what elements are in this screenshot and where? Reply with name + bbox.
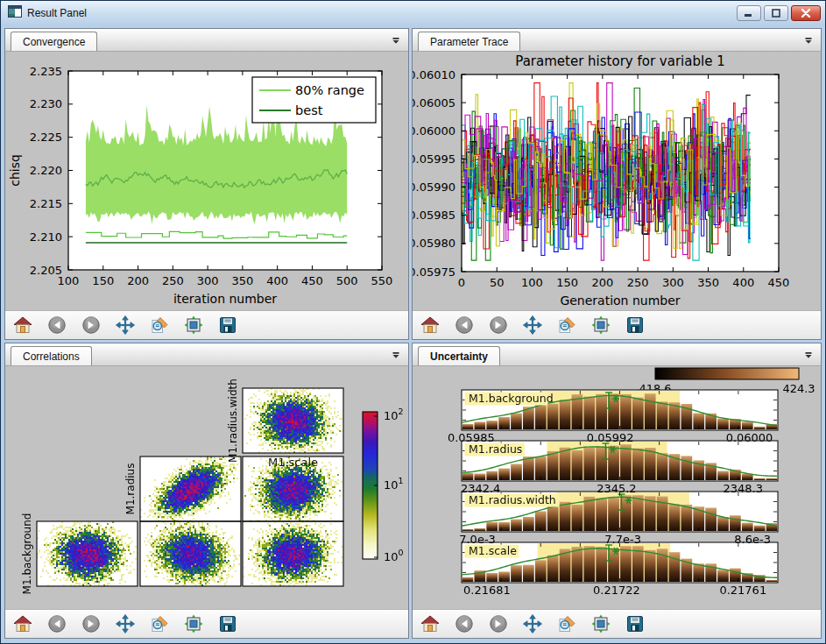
maximize-button[interactable] [764, 5, 788, 21]
home-button[interactable] [12, 613, 33, 634]
configure-subplots-button[interactable] [183, 315, 204, 336]
svg-text:250: 250 [627, 276, 649, 289]
home-button[interactable] [420, 315, 441, 336]
svg-text:2.230: 2.230 [30, 97, 62, 110]
pane-uncertainty: Uncertainty 418.6424.3M1.backgroundM1.ra… [412, 343, 822, 639]
tab-list-dropdown-icon[interactable] [389, 348, 403, 362]
svg-text:2.225: 2.225 [30, 131, 62, 144]
tab-convergence[interactable]: Convergence [11, 32, 97, 51]
back-button[interactable] [454, 315, 475, 336]
client-area: Convergence 1001502002503003504004505005… [4, 28, 822, 639]
zoom-edit-button[interactable] [149, 315, 170, 336]
svg-text:350: 350 [697, 276, 719, 289]
svg-text:best: best [295, 103, 323, 117]
save-button[interactable] [625, 613, 646, 634]
svg-text:0.05995: 0.05995 [413, 152, 455, 166]
correlations-figure[interactable]: 102101100M1.radius.widthM1.radiusM1.back… [5, 366, 408, 609]
hist-tick-label: 2348.3 [724, 482, 764, 495]
svg-text:150: 150 [92, 274, 114, 287]
svg-text:100: 100 [521, 276, 543, 289]
col-title: M1.scale [268, 456, 318, 469]
svg-text:2.220: 2.220 [30, 164, 62, 177]
configure-subplots-button[interactable] [590, 613, 611, 634]
configure-subplots-button[interactable] [183, 613, 204, 634]
x-axis-label: Generation number [560, 294, 680, 308]
parameter-trace-figure[interactable]: 0501001502002503003504004500.059750.0598… [413, 52, 821, 310]
svg-text:0.05975: 0.05975 [413, 265, 455, 279]
tab-label: Parameter Trace [430, 36, 508, 48]
svg-text:2.205: 2.205 [30, 264, 62, 277]
param-label: M1.scale [469, 544, 517, 557]
param-label: M1.background [469, 392, 554, 405]
back-button[interactable] [46, 315, 67, 336]
tab-list-dropdown-icon[interactable] [389, 33, 403, 47]
hist-tick-label: 2342.4 [461, 482, 501, 495]
legend: 80% rangebest [252, 77, 376, 123]
y-axis-label: chisq [8, 154, 22, 187]
x-axis-label: iteration number [173, 292, 277, 306]
svg-text:50: 50 [490, 276, 505, 289]
correlations-overlay: 102101100M1.radius.widthM1.radiusM1.back… [5, 366, 408, 609]
minimize-button[interactable] [737, 5, 761, 21]
svg-text:300: 300 [662, 276, 684, 289]
svg-text:0.06005: 0.06005 [413, 96, 455, 110]
hist-tick-label: 0.05985 [448, 431, 495, 444]
back-button[interactable] [454, 613, 475, 634]
svg-text:0.06000: 0.06000 [413, 124, 455, 138]
home-button[interactable] [12, 315, 33, 336]
back-button[interactable] [46, 613, 67, 634]
tab-parameter-trace[interactable]: Parameter Trace [418, 32, 520, 51]
svg-text:150: 150 [556, 276, 578, 289]
row-label: M1.radius [124, 464, 137, 515]
svg-text:400: 400 [732, 276, 754, 289]
configure-subplots-button[interactable] [590, 315, 611, 336]
pan-button[interactable] [522, 613, 543, 634]
save-button[interactable] [217, 315, 238, 336]
tab-uncertainty[interactable]: Uncertainty [418, 346, 500, 365]
forward-button[interactable] [488, 613, 509, 634]
hist-tick-label: 0.05992 [587, 431, 634, 444]
forward-button[interactable] [81, 315, 102, 336]
tab-label: Correlations [23, 350, 80, 363]
uncertainty-figure[interactable]: 418.6424.3M1.backgroundM1.radiusM1.radiu… [413, 366, 821, 609]
histogram-M1.background: M1.background [462, 390, 778, 430]
titlebar[interactable]: Result Panel [1, 1, 825, 25]
forward-button[interactable] [81, 613, 102, 634]
tab-correlations[interactable]: Correlations [11, 346, 92, 365]
param-label: M1.radius [469, 442, 522, 456]
forward-button[interactable] [488, 315, 509, 336]
svg-text:350: 350 [231, 274, 253, 287]
zoom-edit-button[interactable] [556, 315, 577, 336]
hist-tick-label: 0.21722 [593, 584, 640, 597]
save-button[interactable] [217, 613, 238, 634]
zoom-edit-button[interactable] [556, 613, 577, 634]
trace-tabbar: Parameter Trace [413, 29, 821, 52]
zoom-edit-button[interactable] [149, 613, 170, 634]
row-label: M1.radius.width [227, 379, 239, 463]
convergence-figure[interactable]: 1001502002503003504004505005502.2052.210… [5, 52, 408, 310]
hist-tick-label: 7.0e-3 [459, 533, 496, 546]
svg-text:0.05980: 0.05980 [413, 237, 455, 250]
svg-text:0.06010: 0.06010 [413, 68, 455, 81]
hist-tick-label: 8.6e-3 [734, 533, 771, 546]
svg-text:450: 450 [768, 276, 790, 289]
colorbar-tick: 100 [384, 548, 404, 563]
trace-plot-toolbar [413, 310, 821, 339]
home-button[interactable] [420, 613, 441, 634]
tab-list-dropdown-icon[interactable] [801, 348, 815, 362]
save-button[interactable] [625, 315, 646, 336]
tab-list-dropdown-icon[interactable] [801, 33, 815, 47]
uncertainty-plot-toolbar [413, 609, 821, 638]
histogram-M1.radius.width: M1.radius.width [462, 492, 778, 532]
pan-button[interactable] [115, 613, 136, 634]
pan-button[interactable] [522, 315, 543, 336]
svg-text:200: 200 [591, 276, 613, 289]
close-button[interactable] [791, 5, 821, 21]
svg-text:80% range: 80% range [295, 83, 364, 97]
row-label: M1.background [21, 513, 33, 595]
svg-text:2.210: 2.210 [30, 230, 62, 244]
pane-parameter-trace: Parameter Trace 050100150200250300350400… [412, 28, 822, 340]
pan-button[interactable] [115, 315, 136, 336]
svg-text:0.05990: 0.05990 [413, 180, 455, 194]
result-panel-window: Result Panel Convergence 100150200250300… [0, 0, 826, 644]
